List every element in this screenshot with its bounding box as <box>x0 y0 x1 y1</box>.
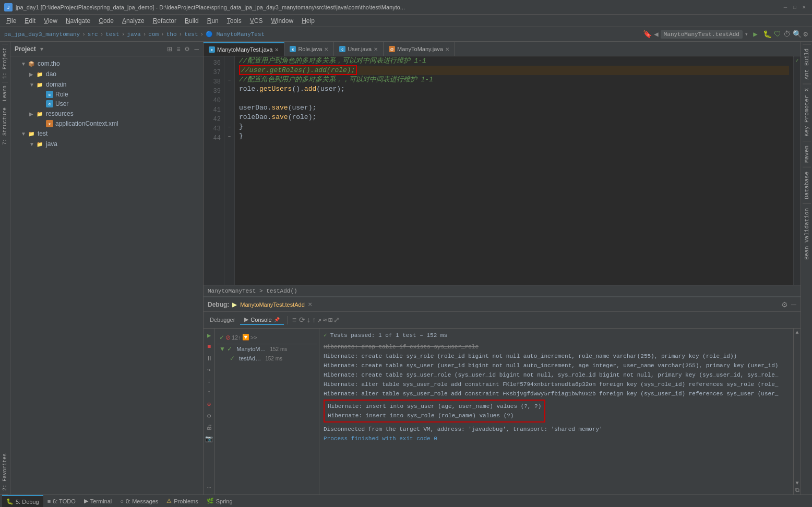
pin-icon[interactable]: 📌 <box>274 317 280 322</box>
nav-project[interactable]: pa_jpa_day3_manytomany <box>4 31 80 38</box>
favorites-icon[interactable]: 2: Favorites <box>2 450 8 494</box>
menu-tools[interactable]: Tools <box>223 16 246 26</box>
tab-console[interactable]: ▶ Console 📌 <box>240 315 283 325</box>
tab-user[interactable]: c User.java ✕ <box>334 42 384 56</box>
nav-src[interactable]: src <box>88 31 98 38</box>
menu-analyze[interactable]: Analyze <box>118 16 149 26</box>
debug-print-icon[interactable]: 🖨 <box>205 422 214 432</box>
debug-run-close[interactable]: ✕ <box>308 301 312 307</box>
profile-button[interactable]: ⏱ <box>783 30 791 39</box>
tab-close-manytomany[interactable]: ✕ <box>445 46 449 52</box>
nav-test2[interactable]: test <box>184 31 198 38</box>
nav-file[interactable]: 🔵 ManytoManyTest <box>206 31 265 38</box>
bean-validation-panel[interactable]: Bean Validation <box>803 203 811 264</box>
coverage-button[interactable]: 🛡 <box>774 30 781 39</box>
nav-test[interactable]: test <box>105 31 119 38</box>
tree-item-domain[interactable]: ▼ 📁 domain <box>10 79 203 90</box>
tab-debugger[interactable]: Debugger <box>206 316 239 325</box>
tab-messages[interactable]: ○ 0: Messages <box>116 497 162 505</box>
debug-step-out-icon[interactable]: ↑ <box>205 388 214 397</box>
copy-icon[interactable]: ⧉ <box>795 487 799 493</box>
editor-scrollbar[interactable]: ✓ <box>793 56 801 285</box>
tree-item-role[interactable]: c Role <box>10 90 203 99</box>
bookmark-icon[interactable]: 🔖 <box>643 30 652 39</box>
debug-minimize-icon[interactable]: ─ <box>791 300 796 309</box>
scroll-down-arrow[interactable]: ▼ <box>795 480 798 486</box>
equalize-icon[interactable]: ≡ <box>176 45 180 53</box>
tab-close-user[interactable]: ✕ <box>374 46 378 52</box>
test-filter-icon[interactable]: 🔽 <box>242 334 249 341</box>
debug-button[interactable]: 🐛 <box>763 30 772 39</box>
debug-pause-icon[interactable]: ⏸ <box>205 354 214 363</box>
tab-role[interactable]: c Role.java ✕ <box>284 42 334 56</box>
database-panel[interactable]: Database <box>803 167 811 203</box>
project-dropdown[interactable]: ▾ <box>40 45 43 53</box>
step-out-button[interactable]: ↑ <box>312 316 316 324</box>
debug-settings2-icon[interactable]: ⚙ <box>205 411 214 420</box>
menu-refactor[interactable]: Refactor <box>149 16 181 26</box>
window-controls[interactable]: ─ □ ✕ <box>782 4 808 11</box>
tab-problems[interactable]: ⚠ Problems <box>162 497 202 505</box>
debug-more-icon[interactable]: ⋯ <box>205 483 214 492</box>
project-gear-icon[interactable]: ⚙ <box>184 45 190 53</box>
test-item-testAdd[interactable]: ✓ testAd… 152 ms <box>217 354 317 363</box>
tab-close-manytomanytest[interactable]: ✕ <box>274 47 279 53</box>
project-panel-icon[interactable]: 1: Project <box>2 44 8 82</box>
tree-item-dao[interactable]: ▶ 📁 dao <box>10 69 203 79</box>
debug-step-into-icon[interactable]: ↓ <box>205 377 214 386</box>
restore-layout-button[interactable]: ⤢ <box>333 316 340 324</box>
tab-manytomanytest[interactable]: c ManytoManyTest.java ✕ <box>204 42 284 56</box>
tab-manytomany[interactable]: @ ManyToMany.java ✕ <box>384 42 455 56</box>
test-stop-icon[interactable]: ⊘ <box>225 334 231 341</box>
step-over-button[interactable]: ⟳ <box>299 316 305 324</box>
menu-edit[interactable]: Edit <box>20 16 40 26</box>
run-to-cursor-button[interactable]: ↗ <box>317 316 321 324</box>
test-item-manytoM[interactable]: ▼ ✓ ManytoM… 152 ms <box>217 344 317 354</box>
code-content[interactable]: //配置用户到角色的多对多关系，可以对中间表进行维护 1-1 //user.ge… <box>235 56 793 285</box>
menu-help[interactable]: Help <box>297 16 319 26</box>
menu-build[interactable]: Build <box>181 16 203 26</box>
test-more-btn[interactable]: >> <box>250 334 257 341</box>
tree-item-user[interactable]: c User <box>10 99 203 108</box>
maven-panel[interactable]: Maven <box>803 141 811 167</box>
menu-window[interactable]: Window <box>267 16 297 26</box>
close-button[interactable]: ✕ <box>801 4 808 11</box>
back-icon[interactable]: ◀ <box>654 30 658 39</box>
table-button[interactable]: ⊞ <box>328 316 332 324</box>
console-scrollbar[interactable]: ▲ ▼ ⧉ <box>793 329 801 494</box>
menu-file[interactable]: File <box>2 16 20 26</box>
project-minimize-icon[interactable]: ─ <box>194 45 199 53</box>
menu-run[interactable]: Run <box>203 16 223 26</box>
debug-settings-icon[interactable]: ⚙ <box>781 300 788 309</box>
debug-step-over-icon[interactable]: ↷ <box>205 365 214 375</box>
tree-item-resources[interactable]: ▶ 📁 resources <box>10 108 203 119</box>
step-into-button[interactable]: ↓ <box>306 316 311 324</box>
evaluate-button[interactable]: ≈ <box>323 316 327 324</box>
console-output[interactable]: ✓ Tests passed: 1 of 1 test – 152 ms Hib… <box>319 329 793 494</box>
layout-icon[interactable]: ⊞ <box>167 45 172 53</box>
tab-todo[interactable]: ≡ 6: TODO <box>43 497 80 505</box>
tab-close-role[interactable]: ✕ <box>324 46 328 52</box>
tree-item-com-tho[interactable]: ▼ 📦 com.tho <box>10 58 203 69</box>
menu-view[interactable]: View <box>40 16 62 26</box>
maximize-button[interactable]: □ <box>791 4 798 11</box>
nav-com[interactable]: com <box>148 31 159 38</box>
run-config-dropdown[interactable]: ▾ <box>745 31 748 38</box>
scroll-up-arrow[interactable]: ▲ <box>795 330 798 335</box>
debug-stop-icon[interactable]: ■ <box>205 342 214 352</box>
key-promoter-panel[interactable]: Key Promoter X <box>803 83 811 140</box>
nav-tho[interactable]: tho <box>166 31 177 38</box>
settings-button[interactable]: ⚙ <box>804 30 808 39</box>
tree-item-java[interactable]: ▼ 📁 java <box>10 139 203 149</box>
menu-code[interactable]: Code <box>94 16 118 26</box>
menu-navigate[interactable]: Navigate <box>62 16 94 26</box>
tree-item-appcontext[interactable]: x applicationContext.xml <box>10 119 203 128</box>
ant-build-panel[interactable]: Ant Build <box>803 44 811 83</box>
learn-icon[interactable]: Learn <box>2 82 8 104</box>
tree-item-test[interactable]: ▼ 📁 test <box>10 128 203 139</box>
nav-java[interactable]: java <box>127 31 140 38</box>
wrap-button[interactable]: ≡ <box>291 315 298 325</box>
debug-breakpoint-icon[interactable]: ⊙ <box>205 400 214 409</box>
menu-vcs[interactable]: VCS <box>246 16 267 26</box>
run-button[interactable]: ▶ <box>750 29 761 40</box>
